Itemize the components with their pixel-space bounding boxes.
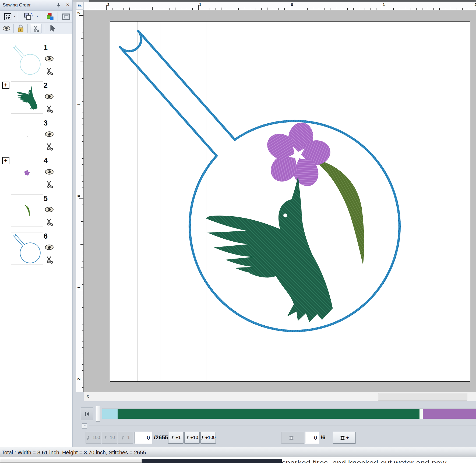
ruler-tick [371, 8, 371, 10]
visibility-eye-button[interactable] [2, 25, 11, 32]
ruler-tick [468, 8, 468, 10]
eye-icon[interactable] [44, 169, 54, 175]
ruler-tick [82, 33, 83, 33]
color-number-input[interactable] [305, 432, 319, 444]
sewing-order-mode-button[interactable] [23, 12, 34, 22]
ruler-tick [82, 181, 83, 182]
ruler-tick [135, 8, 135, 10]
ruler-tick [353, 8, 354, 10]
ruler-tick [112, 8, 112, 10]
ruler-tick [82, 250, 83, 250]
ruler-tick [433, 8, 434, 10]
scrollbar-thumb[interactable] [378, 393, 467, 401]
object-thumbnail[interactable] [11, 44, 43, 76]
ruler-tick [81, 38, 83, 39]
needle-icon [171, 435, 174, 440]
color-back-button[interactable]: - [281, 432, 304, 444]
hummingbird-stitch[interactable] [206, 176, 333, 322]
ruler-tick [82, 27, 83, 27]
scissors-icon[interactable] [45, 218, 54, 226]
leaf-stitch[interactable] [318, 160, 364, 265]
eye-icon[interactable] [44, 55, 54, 62]
scroll-left-arrow[interactable]: < [87, 392, 90, 400]
stitch-forward-1-button[interactable]: +1 [168, 432, 184, 444]
object-thumbnail[interactable] [11, 119, 43, 151]
panel-toolbar-bottom [0, 23, 72, 34]
eye-icon[interactable] [44, 206, 54, 213]
ruler-tick [82, 67, 83, 67]
stitch-back-100-button[interactable]: -100 [86, 432, 101, 444]
stitch-forward-10-button[interactable]: +10 [184, 432, 200, 444]
ruler-tick [388, 8, 388, 10]
eye-icon[interactable] [44, 131, 54, 137]
lock-button[interactable] [17, 24, 25, 33]
hoop-frame-button[interactable] [62, 12, 70, 21]
ruler-tick [82, 279, 83, 279]
trim-scissors-toggle[interactable] [30, 24, 41, 33]
ruler-tick [152, 7, 153, 10]
horizontal-scrollbar[interactable]: < [84, 392, 476, 401]
scissors-icon[interactable] [45, 105, 54, 113]
object-thumbnail[interactable] [11, 194, 43, 227]
tag-outline-stitch[interactable] [120, 31, 400, 331]
ruler-tick [82, 141, 83, 142]
eye-icon[interactable] [44, 244, 54, 250]
pin-icon[interactable] [57, 2, 62, 8]
ruler-tick [82, 90, 83, 90]
color-forward-button[interactable]: + [333, 432, 356, 444]
ruler-tick [82, 124, 83, 124]
ruler-tick [129, 8, 130, 10]
chevron-down-icon[interactable]: ▼ [13, 15, 16, 18]
ruler-tick [82, 170, 83, 170]
scissors-icon[interactable] [45, 67, 54, 75]
go-to-start-button[interactable] [81, 408, 93, 420]
sewing-order-item: 6 [0, 232, 73, 267]
sewing-order-panel: Sewing Order × ▼ [0, 0, 73, 447]
ruler-tick [416, 8, 417, 10]
sewing-order-item: 5 [0, 194, 73, 229]
eye-icon[interactable] [44, 93, 54, 100]
object-thumbnail[interactable] [11, 157, 43, 189]
status-text: Total : Width = 3.61 inch, Height = 3.70… [2, 450, 146, 456]
scissors-icon[interactable] [45, 180, 54, 189]
ruler-tick [81, 267, 83, 267]
stitch-back-1-button[interactable]: -1 [118, 432, 133, 444]
ruler-tick [82, 302, 83, 302]
fit-selection-button[interactable] [3, 12, 12, 21]
ruler-tick [79, 15, 83, 16]
ruler-tick [399, 8, 399, 10]
object-thumbnail[interactable] [11, 81, 43, 114]
chevron-down-icon[interactable]: ▼ [36, 15, 38, 18]
object-thumbnail[interactable] [11, 232, 43, 264]
stitch-forward-100-button[interactable]: +100 [200, 432, 216, 444]
stitch-back-10-button[interactable]: -10 [102, 432, 117, 444]
ruler-tick [244, 7, 244, 10]
ruler-tick [175, 8, 175, 10]
ruler-tick [330, 8, 330, 10]
expand-plus-icon[interactable]: + [2, 82, 9, 89]
ruler-unit-box[interactable]: in. [76, 2, 83, 9]
ruler-tick [210, 8, 210, 10]
scissors-icon[interactable] [45, 255, 54, 264]
close-icon[interactable]: × [65, 1, 71, 9]
progress-segment-bird-green [118, 409, 419, 419]
design-page[interactable] [110, 21, 470, 382]
stitch-progress-bar[interactable] [102, 409, 476, 419]
expand-plus-icon[interactable]: + [2, 157, 9, 164]
design-viewport[interactable] [84, 10, 476, 392]
ruler-tick [82, 193, 83, 193]
ruler-tick [82, 210, 83, 210]
select-cursor-button[interactable] [49, 24, 56, 32]
ruler-tick [82, 187, 83, 187]
collapse-simulator-button[interactable]: − [82, 423, 87, 429]
ruler-tick [82, 101, 83, 102]
ruler-tick [158, 8, 158, 10]
ruler-tick [80, 61, 83, 61]
embroidery-design[interactable] [110, 22, 470, 381]
ruler-tick [82, 353, 83, 353]
scissors-icon[interactable] [45, 142, 54, 151]
ruler-label: 1 [76, 286, 81, 290]
stitch-number-input[interactable] [135, 432, 152, 444]
stitch-slider-thumb[interactable] [96, 406, 100, 422]
color-blocks-button[interactable] [46, 12, 55, 21]
